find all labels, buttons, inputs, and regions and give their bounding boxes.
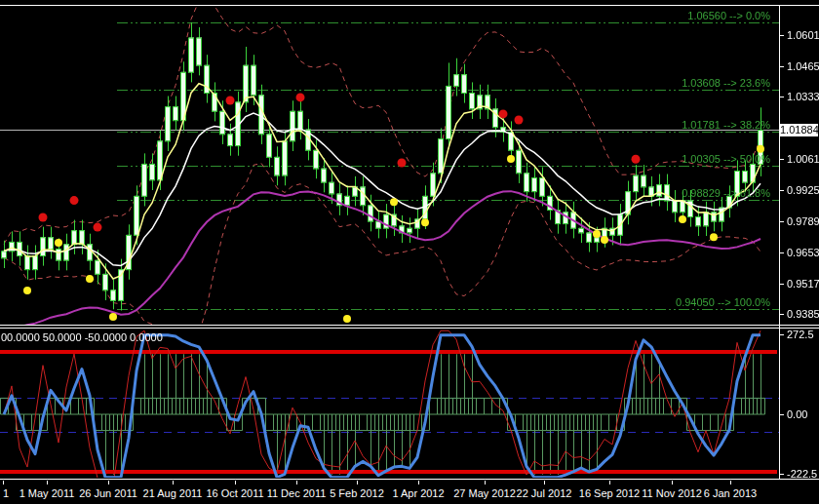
price-tick — [780, 66, 784, 67]
price-axis-label: 0.93850 — [787, 308, 819, 320]
date-tick — [672, 481, 673, 485]
date-axis-label: 1 — [3, 487, 9, 499]
oscillator-canvas[interactable] — [0, 329, 779, 478]
price-tick — [780, 190, 784, 191]
fib-level-label: 1.00305 --> 50.0% — [682, 153, 770, 165]
date-tick — [108, 481, 109, 485]
oscillator-scale-label: 0.00 — [787, 408, 807, 420]
price-axis-label: 0.97890 — [787, 215, 819, 227]
date-tick — [544, 481, 545, 485]
date-tick — [609, 481, 610, 485]
price-tick — [780, 284, 784, 285]
fib-level-label: 1.03608 --> 23.6% — [682, 77, 770, 89]
oscillator-scale-label: 272.5 — [787, 329, 814, 340]
oscillator-tick — [780, 474, 784, 475]
price-tick — [780, 35, 784, 36]
current-price-box: 1.01884 — [780, 124, 818, 136]
price-axis-label: 1.00610 — [787, 153, 819, 165]
date-tick — [235, 481, 236, 485]
date-tick — [3, 481, 4, 485]
price-tick — [780, 97, 784, 97]
fib-level-label: 1.01781 --> 38.2% — [682, 119, 770, 131]
price-axis-label: 0.99250 — [787, 184, 819, 196]
mt4-chart-window: 1.06560 --> 0.0%1.03608 --> 23.6%1.01781… — [0, 0, 819, 504]
price-tick — [780, 221, 784, 222]
date-axis-label: 1 Apr 2012 — [392, 487, 444, 499]
date-tick — [296, 481, 297, 485]
date-axis-label: 6 Jan 2013 — [704, 487, 757, 499]
date-axis-label: 22 Jul 2012 — [517, 487, 572, 499]
date-axis-label: 1 May 2011 — [20, 487, 75, 499]
date-axis-label: 21 Aug 2011 — [143, 487, 203, 499]
price-chart-canvas[interactable] — [0, 6, 779, 325]
date-axis-label: 16 Sep 2012 — [579, 487, 640, 499]
date-tick — [730, 481, 731, 485]
oscillator-scale-label: -222.5 — [787, 468, 817, 480]
date-tick — [173, 481, 174, 485]
price-tick — [780, 314, 784, 315]
oscillator-values-header: 00.0000 50.0000 -50.0000 0.0000 — [1, 331, 163, 343]
oscillator-tick — [780, 334, 784, 335]
date-tick — [47, 481, 48, 485]
price-axis-line — [779, 6, 780, 479]
date-axis-label: 27 May 2012 — [453, 487, 516, 499]
fib-level-label: 0.94050 --> 100.0% — [676, 296, 770, 308]
date-axis-label: 5 Feb 2012 — [330, 487, 384, 499]
fib-level-label: 0.98829 --> 61.8% — [682, 187, 770, 199]
date-tick — [418, 481, 419, 485]
date-axis-label: 11 Dec 2011 — [267, 487, 327, 499]
date-tick — [357, 481, 358, 485]
date-axis-label: 16 Oct 2011 — [206, 487, 263, 499]
price-tick — [780, 252, 784, 253]
date-axis-label: 11 Nov 2012 — [642, 487, 702, 499]
price-axis-label: 0.95170 — [787, 278, 819, 290]
price-axis-label: 1.06010 — [787, 29, 819, 41]
price-axis-label: 0.96530 — [787, 247, 819, 258]
price-tick — [780, 159, 784, 160]
price-axis-label: 1.03330 — [787, 91, 819, 102]
main-bottom-border — [0, 325, 819, 326]
oscillator-tick — [780, 414, 784, 415]
fib-level-label: 1.06560 --> 0.0% — [687, 10, 770, 21]
date-tick — [485, 481, 486, 485]
date-axis-label: 26 Jun 2011 — [79, 487, 137, 499]
price-axis-label: 1.04650 — [787, 60, 819, 72]
